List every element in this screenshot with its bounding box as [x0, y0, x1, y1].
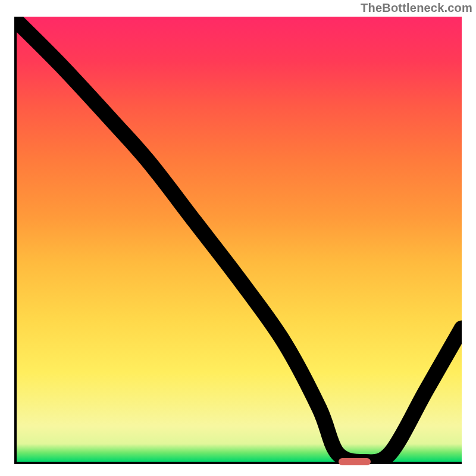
watermark-text: TheBottleneck.com	[361, 1, 472, 15]
optimum-marker	[339, 458, 371, 465]
plot-area	[14, 17, 462, 464]
bottleneck-curve	[17, 17, 462, 462]
chart-container: TheBottleneck.com	[0, 0, 476, 476]
